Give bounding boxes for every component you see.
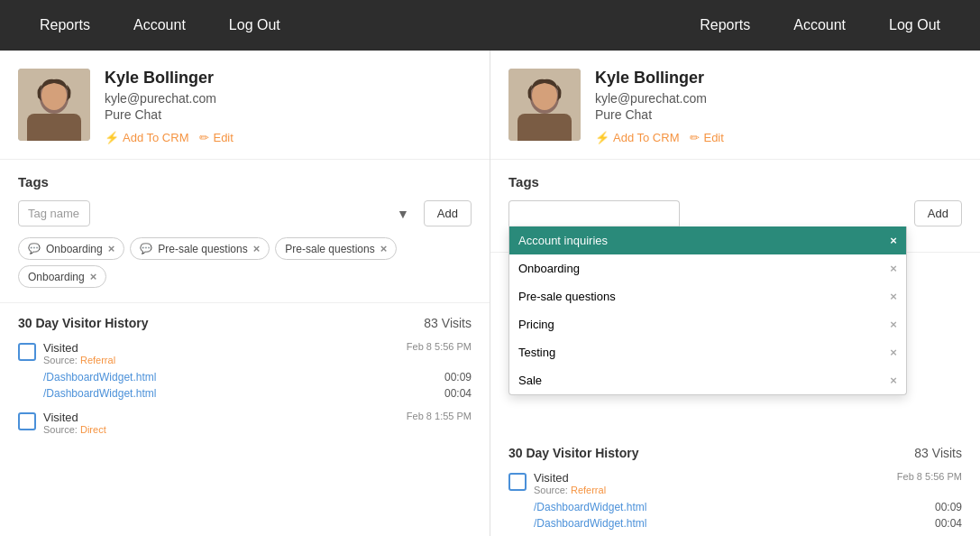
right-page-time: 00:09 — [935, 501, 962, 513]
right-tag-dropdown: Account inquiries × Onboarding × Pre-sal… — [508, 226, 907, 395]
right-visit-header-1: Visited Source: Referral Feb 8 5:56 PM — [508, 471, 962, 495]
dropdown-item-label: Account inquiries — [518, 234, 608, 247]
left-tag-select-wrapper: Tag name ▼ — [18, 200, 417, 226]
left-add-tag-button[interactable]: Add — [424, 200, 472, 226]
left-tag-select[interactable]: Tag name — [18, 200, 90, 226]
left-tag-chip-remove[interactable]: × — [90, 270, 97, 283]
left-tag-chip-presale-1: 💬 Pre-sale questions × — [130, 237, 270, 260]
right-dropdown-item-presale[interactable]: Pre-sale questions × — [509, 282, 906, 310]
dropdown-item-label: Pricing — [518, 318, 554, 331]
left-visit-date-1: Feb 8 5:56 PM — [407, 341, 472, 352]
left-tag-chip-onboarding-2: Onboarding × — [18, 265, 106, 288]
dropdown-item-remove[interactable]: × — [890, 374, 897, 387]
right-avatar — [508, 69, 581, 141]
left-visit-label: Visited — [43, 341, 399, 355]
left-tag-chip-remove[interactable]: × — [380, 242, 388, 255]
dropdown-item-label: Pre-sale questions — [518, 290, 616, 303]
left-visit-date-2: Feb 8 1:55 PM — [407, 411, 472, 421]
left-visitor-history: 30 Day Visitor History 83 Visits Visited… — [0, 303, 490, 453]
right-visit-icon — [508, 473, 527, 491]
right-page-visit-row: /DashboardWidget.html 00:09 — [534, 499, 962, 515]
left-tag-chip-label: Onboarding — [28, 271, 85, 283]
left-visit-icon-2 — [18, 412, 36, 430]
crm-icon: ⚡ — [595, 131, 609, 144]
right-profile-name: Kyle Bollinger — [595, 69, 962, 88]
nav-right-account[interactable]: Account — [772, 0, 867, 51]
right-visit-group-1: Visited Source: Referral Feb 8 5:56 PM /… — [508, 471, 962, 531]
dropdown-item-remove[interactable]: × — [890, 234, 897, 247]
dropdown-item-remove[interactable]: × — [890, 262, 897, 275]
right-add-crm-link[interactable]: ⚡ Add To CRM — [595, 131, 679, 144]
dropdown-item-label: Onboarding — [518, 262, 580, 275]
nav-left-logout[interactable]: Log Out — [207, 0, 302, 51]
left-add-crm-link[interactable]: ⚡ Add To CRM — [105, 131, 188, 144]
main-container: Kyle Bollinger kyle@purechat.com Pure Ch… — [0, 51, 980, 536]
left-history-title: 30 Day Visitor History — [18, 316, 148, 330]
left-tags-title: Tags — [18, 174, 472, 189]
left-page-link[interactable]: /DashboardWidget.html — [43, 371, 156, 384]
right-tag-search-input[interactable] — [508, 200, 680, 226]
left-tag-chip-remove[interactable]: × — [253, 242, 261, 255]
left-page-link-2[interactable]: /DashboardWidget.html — [43, 387, 156, 400]
right-history-count: 83 Visits — [914, 446, 962, 460]
left-avatar — [18, 69, 90, 141]
dropdown-item-remove[interactable]: × — [890, 346, 897, 359]
left-page-time: 00:09 — [444, 371, 472, 384]
left-visit-meta-2: Source: Direct — [43, 424, 399, 435]
left-history-header: 30 Day Visitor History 83 Visits — [18, 316, 472, 330]
left-visit-label-2: Visited — [43, 411, 399, 424]
edit-icon: ✏ — [690, 131, 700, 144]
right-dropdown-item-pricing[interactable]: Pricing × — [509, 310, 906, 338]
left-visit-group-2: Visited Source: Direct Feb 8 1:55 PM — [18, 411, 472, 435]
right-dropdown-item-sale[interactable]: Sale × — [509, 366, 906, 394]
right-profile-email: kyle@purechat.com — [595, 91, 962, 106]
right-page-link[interactable]: /DashboardWidget.html — [534, 501, 646, 513]
right-tags-title: Tags — [508, 174, 962, 189]
right-tags-section: Tags Account inquiries × Onboarding × — [490, 160, 980, 253]
left-visit-meta-1: Source: Referral — [43, 355, 399, 365]
right-page-link-2[interactable]: /DashboardWidget.html — [534, 517, 646, 530]
dropdown-item-remove[interactable]: × — [890, 290, 897, 303]
right-visit-date-1: Feb 8 5:56 PM — [897, 471, 962, 482]
left-profile-email: kyle@purechat.com — [105, 91, 472, 106]
left-tag-chip-onboarding-1: 💬 Onboarding × — [18, 237, 124, 260]
left-visit-info-2: Visited Source: Direct — [43, 411, 399, 435]
dropdown-item-remove[interactable]: × — [890, 318, 897, 331]
left-page-time-2: 00:04 — [444, 387, 472, 400]
right-dropdown-item-testing[interactable]: Testing × — [509, 338, 906, 366]
left-profile-name: Kyle Bollinger — [105, 69, 472, 88]
right-dropdown-item-onboarding[interactable]: Onboarding × — [509, 254, 906, 282]
left-tag-input-row: Tag name ▼ Add — [18, 200, 472, 226]
left-edit-link[interactable]: ✏ Edit — [199, 131, 233, 144]
left-page-visit-row: /DashboardWidget.html 00:09 — [43, 369, 472, 385]
nav-left-reports[interactable]: Reports — [18, 0, 112, 51]
right-profile-company: Pure Chat — [595, 107, 962, 122]
left-page-visit-row-2: /DashboardWidget.html 00:04 — [43, 385, 472, 402]
right-profile-section: Kyle Bollinger kyle@purechat.com Pure Ch… — [490, 51, 980, 160]
right-tag-dropdown-container: Account inquiries × Onboarding × Pre-sal… — [508, 200, 907, 226]
right-add-tag-button[interactable]: Add — [914, 200, 962, 226]
svg-rect-2 — [27, 114, 81, 141]
right-edit-link[interactable]: ✏ Edit — [690, 131, 723, 144]
svg-rect-6 — [517, 114, 572, 141]
right-page-time-2: 00:04 — [935, 517, 962, 530]
right-dropdown-item-account-inquiries[interactable]: Account inquiries × — [509, 226, 906, 254]
left-visit-header-2: Visited Source: Direct Feb 8 1:55 PM — [18, 411, 472, 435]
left-panel: Kyle Bollinger kyle@purechat.com Pure Ch… — [0, 51, 490, 536]
left-profile-actions: ⚡ Add To CRM ✏ Edit — [105, 131, 472, 144]
nav-right-reports[interactable]: Reports — [678, 0, 772, 51]
right-history-title: 30 Day Visitor History — [508, 446, 638, 460]
left-visit-info-1: Visited Source: Referral — [43, 341, 399, 365]
right-visitor-history: 30 Day Visitor History 83 Visits Visited… — [490, 433, 980, 536]
right-visit-meta-1: Source: Referral — [534, 485, 890, 495]
left-history-count: 83 Visits — [424, 316, 472, 330]
nav-right-logout[interactable]: Log Out — [867, 0, 962, 51]
left-tag-chip-label: Pre-sale questions — [285, 243, 374, 255]
right-tag-input-row: Account inquiries × Onboarding × Pre-sal… — [508, 200, 962, 226]
nav-left-account[interactable]: Account — [112, 0, 207, 51]
left-tag-chip-remove[interactable]: × — [108, 242, 115, 255]
left-profile-section: Kyle Bollinger kyle@purechat.com Pure Ch… — [0, 51, 490, 160]
left-page-visits-1: /DashboardWidget.html 00:09 /DashboardWi… — [43, 369, 472, 402]
nav-left: Reports Account Log Out — [18, 0, 302, 51]
dropdown-item-label: Testing — [518, 346, 555, 359]
